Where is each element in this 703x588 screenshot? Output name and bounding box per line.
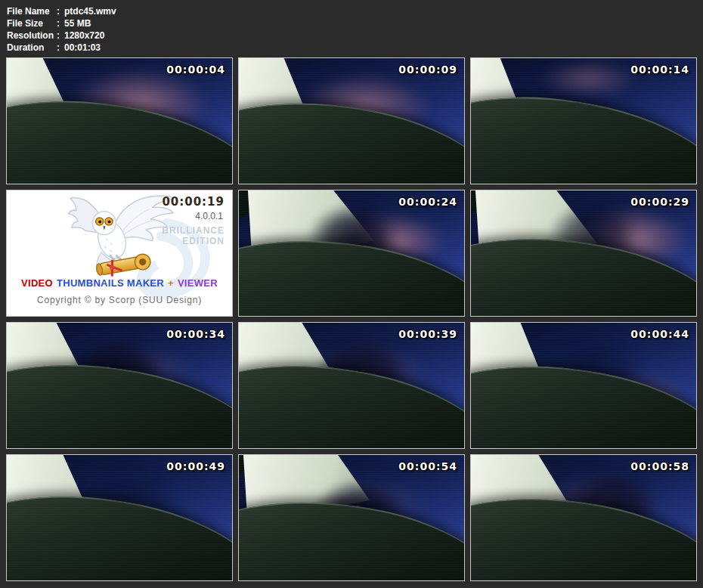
edition-label: BRILLIANCE EDITION	[162, 225, 225, 246]
file-info-label: Resolution	[7, 29, 57, 42]
thumbnail-timestamp: 00:00:19	[162, 195, 225, 209]
file-info-row: File Size:55 MB	[7, 17, 116, 29]
product-title-part: +	[168, 277, 174, 289]
file-info-label: File Size	[7, 17, 57, 29]
thumbnail-scene: 00:00:49	[6, 454, 233, 581]
thumbnail-timestamp: 00:00:24	[398, 196, 457, 208]
edition-line: BRILLIANCE	[162, 225, 225, 236]
copyright-label: Copyright © by Scorp (SUU Design)	[7, 295, 232, 305]
thumbnail-timestamp: 00:00:14	[630, 63, 689, 76]
thumbnail-timestamp: 00:00:49	[166, 460, 225, 472]
thumbnail-timestamp: 00:00:54	[398, 460, 457, 472]
thumbnail-timestamp: 00:00:09	[398, 63, 457, 76]
thumbnail-branding: 00:00:19 4.0.0.1 BRILLIANCE EDITION VIDE…	[6, 190, 233, 317]
file-info-separator: :	[57, 5, 64, 17]
file-info-row: File Name:ptdc45.wmv	[7, 5, 116, 17]
thumbnail-scene: 00:00:04	[6, 57, 233, 184]
thumbnail-scene: 00:00:44	[470, 322, 697, 449]
thumbnail-scene: 00:00:54	[238, 454, 465, 581]
thumbnail-scene: 00:00:29	[470, 190, 697, 317]
thumbnail-timestamp: 00:00:44	[630, 328, 689, 340]
file-info-value: 00:01:03	[64, 42, 101, 53]
file-info-row: Duration:00:01:03	[7, 42, 116, 54]
file-info-separator: :	[57, 29, 64, 42]
thumbnail-timestamp: 00:00:04	[166, 63, 225, 76]
thumbnail-scene: 00:00:34	[6, 322, 233, 449]
file-info-label: Duration	[7, 42, 57, 54]
thumbnail-scene: 00:00:09	[238, 57, 465, 184]
thumbnail-timestamp: 00:00:34	[166, 328, 225, 340]
file-info-label: File Name	[7, 5, 57, 17]
thumbnail-scene: 00:00:58	[470, 454, 697, 581]
thumbnail-timestamp: 00:00:39	[398, 328, 457, 340]
thumbnail-scene: 00:00:14	[470, 57, 697, 184]
thumbnail-scene: 00:00:39	[238, 322, 465, 449]
file-info-value: ptdc45.wmv	[64, 6, 116, 17]
edition-line: EDITION	[162, 236, 225, 246]
file-info-row: Resolution:1280x720	[7, 29, 116, 42]
product-title-part: VIDEO	[21, 277, 53, 289]
file-info-value: 55 MB	[64, 18, 91, 29]
file-info-value: 1280x720	[64, 30, 104, 41]
file-info-separator: :	[57, 17, 64, 29]
version-label: 4.0.0.1	[195, 211, 223, 221]
thumbnail-timestamp: 00:00:58	[630, 460, 689, 472]
file-info-panel: File Name:ptdc45.wmvFile Size:55 MBResol…	[7, 5, 116, 54]
product-title: VIDEOTHUMBNAILS MAKER+VIEWER	[7, 277, 232, 289]
product-title-part: THUMBNAILS MAKER	[57, 277, 164, 289]
product-title-part: VIEWER	[178, 277, 218, 289]
thumbnail-grid: 00:00:04 00:00:09 00:00:14	[6, 57, 697, 581]
thumbnail-timestamp: 00:00:29	[630, 196, 689, 208]
contact-sheet: { "header": { "fields": [ {"label": "Fil…	[0, 0, 703, 588]
thumbnail-scene: 00:00:24	[238, 190, 465, 317]
file-info-separator: :	[57, 42, 64, 54]
